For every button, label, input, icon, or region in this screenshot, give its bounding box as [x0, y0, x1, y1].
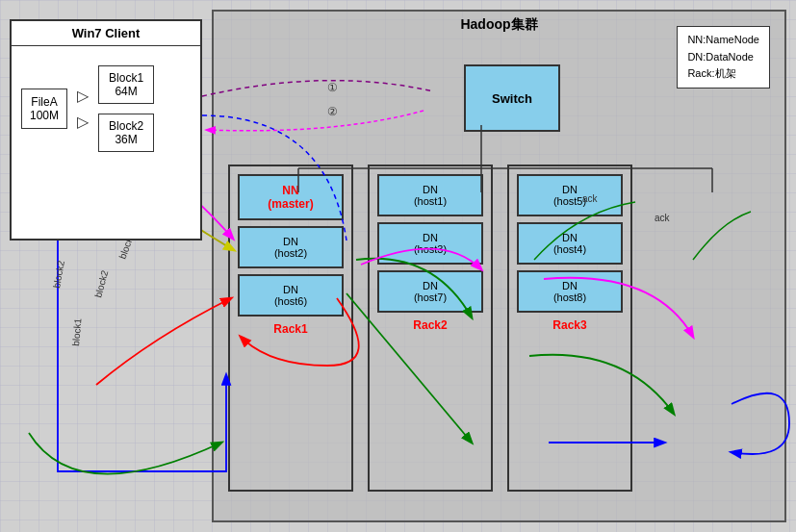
legend-line2: DN:DataNode	[687, 49, 759, 66]
host3-box: DN (host3)	[377, 222, 483, 265]
host7-box: DN (host7)	[377, 270, 483, 313]
switch-label: Switch	[492, 91, 532, 106]
host6-box: DN (host6)	[238, 274, 344, 317]
host1-box: DN (host1)	[377, 174, 483, 216]
switch-box: Switch	[464, 64, 560, 132]
win7-content: FileA 100M ▷ ▷ Block1 64M Block2 36M	[12, 46, 200, 171]
win7-client-box: Win7 Client FileA 100M ▷ ▷ Block1 64M Bl…	[10, 19, 202, 241]
block1-box: Block1 64M	[98, 65, 154, 104]
host5-box: DN (host5)	[517, 174, 623, 216]
rack3-label: Rack3	[517, 318, 623, 332]
fileA-label: FileA	[30, 95, 59, 109]
fileA-size: 100M	[30, 109, 59, 122]
block2-size: 36M	[109, 133, 143, 146]
rack3-container: DN (host5) DN (host4) DN (host8) Rack3	[507, 165, 632, 492]
block1-label: Block1	[109, 71, 143, 85]
hadoop-cluster-area: Hadoop集群 NN:NameNode DN:DataNode Rack:机架…	[212, 10, 786, 522]
legend-box: NN:NameNode DN:DataNode Rack:机架	[677, 26, 770, 89]
block2-box: Block2 36M	[98, 114, 154, 152]
block2-label: Block2	[109, 119, 143, 133]
rack2-label: Rack2	[377, 318, 483, 332]
host4-box: DN (host4)	[517, 222, 623, 265]
win7-title: Win7 Client	[12, 21, 200, 46]
blocks-column: Block1 64M Block2 36M	[98, 65, 154, 152]
main-container: Win7 Client FileA 100M ▷ ▷ Block1 64M Bl…	[0, 0, 796, 532]
rack1-container: NN (master) DN (host2) DN (host6) Rack1	[228, 165, 353, 492]
nn-master-box: NN (master)	[238, 174, 344, 220]
host8-box: DN (host8)	[517, 270, 623, 313]
nn-line2: (master)	[244, 197, 338, 211]
legend-line3: Rack:机架	[687, 65, 759, 83]
nn-line1: NN	[244, 184, 338, 197]
legend-line1: NN:NameNode	[687, 32, 759, 49]
rack2-container: DN (host1) DN (host3) DN (host7) Rack2	[368, 165, 493, 492]
fileA-box: FileA 100M	[21, 89, 67, 129]
host2-box: DN (host2)	[238, 226, 344, 268]
rack1-label: Rack1	[238, 322, 344, 336]
block1-size: 64M	[109, 85, 143, 98]
